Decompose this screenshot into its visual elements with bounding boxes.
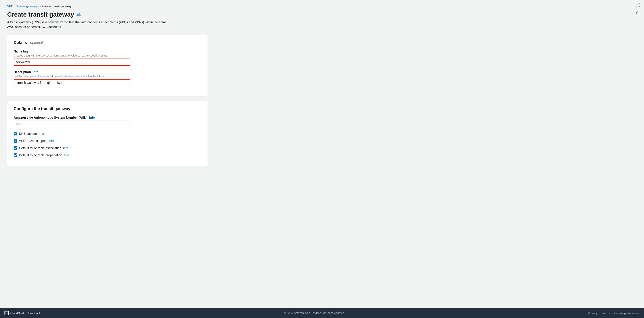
- cloudshell-button[interactable]: CloudShell: [4, 311, 24, 315]
- privacy-link[interactable]: Privacy: [588, 311, 598, 315]
- dns-support-info-link[interactable]: Info: [39, 132, 44, 135]
- breadcrumb-transit-gateways-link[interactable]: Transit gateways: [17, 5, 39, 8]
- bottom-bar-left: CloudShell Feedback: [4, 311, 41, 315]
- top-right-icons: ⓘ ⊙: [636, 2, 640, 16]
- cloudshell-label: CloudShell: [10, 311, 24, 315]
- vpn-ecmp-checkbox[interactable]: [14, 139, 17, 143]
- page-title-info-link[interactable]: Info: [76, 13, 82, 16]
- history-icon[interactable]: ⊙: [636, 10, 640, 16]
- dns-support-row: DNS support Info: [14, 132, 201, 135]
- configure-card-title: Configure the transit gateway: [14, 106, 201, 111]
- main-content: VPC › Transit gateways › Create transit …: [0, 0, 215, 318]
- asn-label: Amazon side Autonomous System Number (AS…: [14, 116, 201, 119]
- details-card: Details - optional Name tag Creates a ta…: [7, 35, 208, 96]
- description-hint: Set the description of your transit gate…: [14, 75, 201, 78]
- dns-support-label: DNS support: [19, 132, 37, 135]
- default-route-assoc-label: Default route table association: [19, 146, 61, 150]
- default-route-assoc-info-link[interactable]: Info: [63, 146, 68, 150]
- breadcrumb-separator-1: ›: [14, 5, 16, 8]
- page-title: Create transit gateway: [7, 11, 74, 18]
- name-tag-label: Name tag: [14, 50, 201, 53]
- default-route-prop-checkbox[interactable]: [14, 153, 17, 157]
- default-route-prop-row: Default route table propagation Info: [14, 153, 201, 157]
- cookie-preferences-link[interactable]: Cookie preferences: [614, 311, 640, 315]
- configure-card: Configure the transit gateway Amazon sid…: [7, 101, 208, 166]
- asn-input[interactable]: [14, 120, 130, 127]
- asn-group: Amazon side Autonomous System Number (AS…: [14, 116, 201, 127]
- terms-link[interactable]: Terms: [602, 311, 610, 315]
- default-route-prop-info-link[interactable]: Info: [64, 153, 69, 157]
- name-tag-group: Name tag Creates a tag with the key set …: [14, 50, 201, 66]
- breadcrumb-separator-2: ›: [40, 5, 41, 8]
- details-optional-label: - optional: [28, 41, 43, 45]
- default-route-prop-label: Default route table propagation: [19, 153, 62, 157]
- default-route-assoc-row: Default route table association Info: [14, 146, 201, 150]
- vpn-ecmp-label: VPN ECMP support: [19, 139, 46, 143]
- name-tag-hint: Creates a tag with the key set to Name a…: [14, 54, 201, 57]
- bottom-bar-right: Privacy Terms Cookie preferences: [588, 311, 640, 315]
- vpn-ecmp-row: VPN ECMP support Info: [14, 139, 201, 143]
- asn-info-link[interactable]: Info: [89, 116, 95, 119]
- bottom-bar: CloudShell Feedback © 2024, Amazon Web S…: [0, 308, 644, 318]
- breadcrumb-vpc-link[interactable]: VPC: [7, 5, 13, 8]
- default-route-assoc-checkbox[interactable]: [14, 146, 17, 150]
- description-group: Description Info Set the description of …: [14, 70, 201, 86]
- dns-support-checkbox[interactable]: [14, 132, 17, 135]
- feedback-button[interactable]: Feedback: [28, 311, 41, 315]
- copyright-text: © 2024, Amazon Web Services, Inc. or its…: [284, 311, 345, 315]
- description-label: Description Info: [14, 70, 201, 74]
- description-info-link[interactable]: Info: [33, 70, 38, 74]
- name-tag-input[interactable]: [14, 59, 130, 66]
- breadcrumb-current: Create transit gateway: [42, 5, 72, 8]
- page-title-row: Create transit gateway Info: [7, 11, 208, 18]
- vpn-ecmp-info-link[interactable]: Info: [48, 139, 54, 143]
- page-description: A transit gateway (TGW) is a network tra…: [7, 20, 168, 29]
- cloudshell-icon: [4, 311, 9, 315]
- breadcrumb: VPC › Transit gateways › Create transit …: [7, 5, 208, 8]
- details-card-title: Details - optional: [14, 40, 201, 45]
- info-icon[interactable]: ⓘ: [636, 2, 640, 8]
- description-input[interactable]: [14, 79, 130, 86]
